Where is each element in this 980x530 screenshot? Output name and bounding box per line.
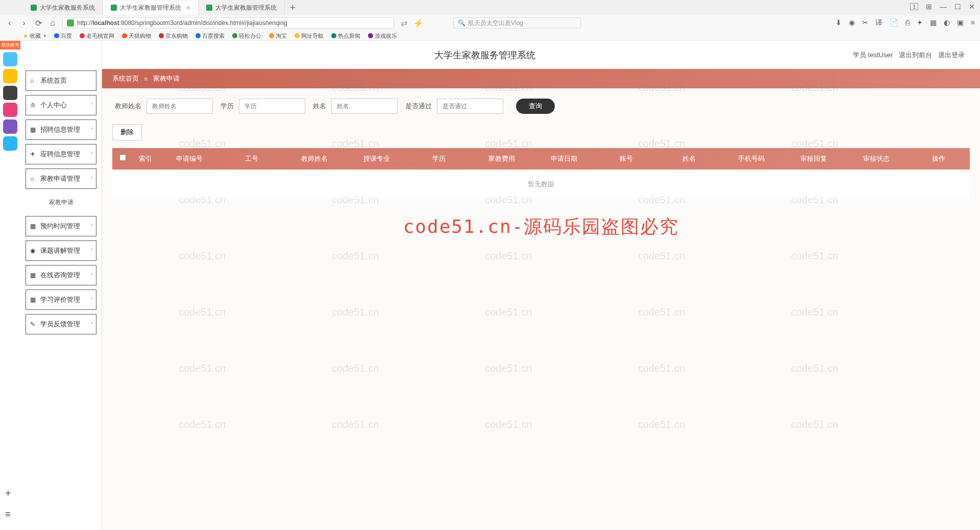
bookmark-label: 天猫购物 xyxy=(129,32,151,40)
gift-icon[interactable]: ▣ xyxy=(957,18,964,28)
translate-icon[interactable]: 译 xyxy=(875,18,883,28)
browser-tab[interactable]: 大学生家教服务系统 xyxy=(23,1,103,15)
address-bar: ‹ › ⟳ ⌂ http://localhost:8080/springboot… xyxy=(0,15,980,31)
bookmark-label: 轻松办公 xyxy=(239,32,261,40)
sidebar-logo xyxy=(20,41,102,66)
page-title: 大学生家教服务管理系统 xyxy=(117,49,853,61)
forward-icon[interactable]: › xyxy=(19,18,29,28)
site-icon xyxy=(159,33,164,38)
sidebar-subitem-tutor-request[interactable]: 家教申请 xyxy=(20,193,102,212)
screenshot-icon[interactable]: ⎙ xyxy=(905,18,910,28)
dock-item[interactable] xyxy=(3,86,17,100)
bookmark-item[interactable]: 百度搜索 xyxy=(195,32,225,40)
browser-tab-active[interactable]: 大学生家教服管理系统× xyxy=(103,1,199,15)
teacher-name-input[interactable] xyxy=(146,99,213,114)
sidebar-item-review[interactable]: ▦学习评价管理˅ xyxy=(26,290,96,310)
weibo-icon[interactable]: ◉ xyxy=(849,18,855,28)
sidebar-item-topic[interactable]: ◉课题讲解管理˅ xyxy=(26,240,96,261)
select-all-checkbox[interactable] xyxy=(112,148,133,170)
puzzle-icon[interactable]: ✦ xyxy=(917,18,923,28)
sidebar: ⌂系统首页 ♔个人中心˅ ▦招聘信息管理˅ ✈应聘信息管理˅ ⌂家教申请管理˄ … xyxy=(20,41,102,530)
sidebar-item-schedule[interactable]: ▦预约时间管理˅ xyxy=(26,216,96,236)
close-icon[interactable]: × xyxy=(186,4,190,12)
home-icon[interactable]: ⌂ xyxy=(48,18,57,28)
chevron-down-icon: ˅ xyxy=(90,322,93,327)
reload-icon[interactable]: ⟳ xyxy=(34,18,43,28)
bookmark-item[interactable]: 热点新闻 xyxy=(331,32,360,40)
extensions-icon[interactable]: ⊞ xyxy=(926,3,932,11)
breadcrumb-home[interactable]: 系统首页 xyxy=(112,74,139,83)
main-content: code51.cn code51.cn code51.cn code51.cn … xyxy=(102,41,980,530)
tab-title: 大学生家教服管理系统 xyxy=(215,4,277,12)
counter-icon[interactable]: 1 xyxy=(910,3,918,10)
bookmark-item[interactable]: 轻松办公 xyxy=(232,32,261,40)
sidebar-item-label: 个人中心 xyxy=(40,101,67,110)
scissors-icon[interactable]: ✂ xyxy=(862,18,868,28)
site-icon xyxy=(269,33,274,38)
os-dock: 登供账号 xyxy=(0,41,20,530)
education-input[interactable] xyxy=(239,99,305,114)
close-icon[interactable]: ✕ xyxy=(969,3,975,11)
sidebar-item-consult[interactable]: ▦在线咨询管理˅ xyxy=(26,265,96,285)
dock-item[interactable] xyxy=(3,52,17,66)
dock-item[interactable] xyxy=(3,136,17,151)
bookmark-item[interactable]: 游戏娱乐 xyxy=(368,32,397,40)
sidebar-item-home[interactable]: ⌂系统首页 xyxy=(26,70,96,91)
table-header: 索引 申请编号 工号 教师姓名 授课专业 学历 家教费用 申请日期 账号 姓名 … xyxy=(112,148,970,170)
filter-label: 教师姓名 xyxy=(115,102,141,111)
breadcrumb: 系统首页 ≡ 家教申请 xyxy=(102,69,980,88)
flash-icon[interactable]: ⚡ xyxy=(413,18,423,28)
download-icon[interactable]: ⬇ xyxy=(836,18,842,28)
site-icon xyxy=(232,33,237,38)
url-input[interactable]: http://localhost:8080/springbootm3ord/ad… xyxy=(62,17,394,29)
table-header-cell: 索引 xyxy=(133,148,158,170)
chevron-down-icon: ˅ xyxy=(90,224,93,229)
login-badge[interactable]: 登供账号 xyxy=(0,41,20,50)
bookmark-item[interactable]: 网址导航 xyxy=(295,32,324,40)
query-button[interactable]: 查询 xyxy=(516,99,555,114)
checkbox-input[interactable] xyxy=(119,154,126,161)
bookmark-item[interactable]: 京东购物 xyxy=(159,32,188,40)
bookmark-item[interactable]: 天猫购物 xyxy=(122,32,151,40)
name-input[interactable] xyxy=(331,99,398,114)
add-dock-button[interactable]: + xyxy=(5,488,11,499)
sidebar-item-feedback[interactable]: ✎学员反馈管理˅ xyxy=(26,314,96,334)
site-icon xyxy=(122,33,127,38)
watermark-center: code51.cn-源码乐园盗图必究 xyxy=(403,214,679,239)
dock-menu-button[interactable]: ≡ xyxy=(5,509,11,520)
star-icon: ★ xyxy=(23,33,28,39)
menu-icon[interactable]: ≡ xyxy=(971,18,975,28)
delete-button[interactable]: 删除 xyxy=(112,124,142,140)
grid-icon[interactable]: ▦ xyxy=(930,18,937,28)
breadcrumb-separator-icon: ≡ xyxy=(144,75,148,83)
bookmark-item[interactable]: 老毛桃官网 xyxy=(80,32,114,40)
dock-item[interactable] xyxy=(3,103,17,117)
logout-link[interactable]: 退出登录 xyxy=(938,51,965,60)
maximize-icon[interactable]: ☐ xyxy=(954,3,961,11)
translate-icon[interactable]: ⇄ xyxy=(399,18,408,28)
color-icon[interactable]: ◐ xyxy=(944,18,950,28)
sidebar-item-profile[interactable]: ♔个人中心˅ xyxy=(26,95,96,115)
search-input[interactable]: 🔍 航天员太空出差Vlog xyxy=(453,17,581,29)
sidebar-item-apply[interactable]: ✈应聘信息管理˅ xyxy=(26,144,96,164)
bookmark-item[interactable]: 淘宝 xyxy=(269,32,287,40)
dock-item[interactable] xyxy=(3,69,17,83)
bookmark-item[interactable]: ★收藏▾ xyxy=(23,32,46,40)
search-placeholder: 航天员太空出差Vlog xyxy=(468,19,523,28)
grid-icon: ▦ xyxy=(30,296,37,303)
table-header-cell: 审核回复 xyxy=(782,148,845,170)
pdf-icon[interactable]: 📄 xyxy=(890,18,898,28)
sidebar-item-label: 学员反馈管理 xyxy=(40,320,80,329)
exit-front-link[interactable]: 退出到前台 xyxy=(899,51,932,60)
app-container: ⌂系统首页 ♔个人中心˅ ▦招聘信息管理˅ ✈应聘信息管理˅ ⌂家教申请管理˄ … xyxy=(20,41,980,530)
back-icon[interactable]: ‹ xyxy=(5,18,14,28)
sidebar-item-recruit[interactable]: ▦招聘信息管理˅ xyxy=(26,119,96,140)
sidebar-item-tutor-request[interactable]: ⌂家教申请管理˄ xyxy=(26,168,96,189)
passed-select[interactable] xyxy=(437,99,503,114)
new-tab-button[interactable]: + xyxy=(285,3,301,13)
minimize-icon[interactable]: — xyxy=(940,3,947,11)
browser-tab[interactable]: 大学生家教服管理系统 xyxy=(199,1,285,15)
bookmark-item[interactable]: 百度 xyxy=(54,32,72,40)
table-header-cell: 家教费用 xyxy=(471,148,533,170)
dock-item[interactable] xyxy=(3,119,17,134)
